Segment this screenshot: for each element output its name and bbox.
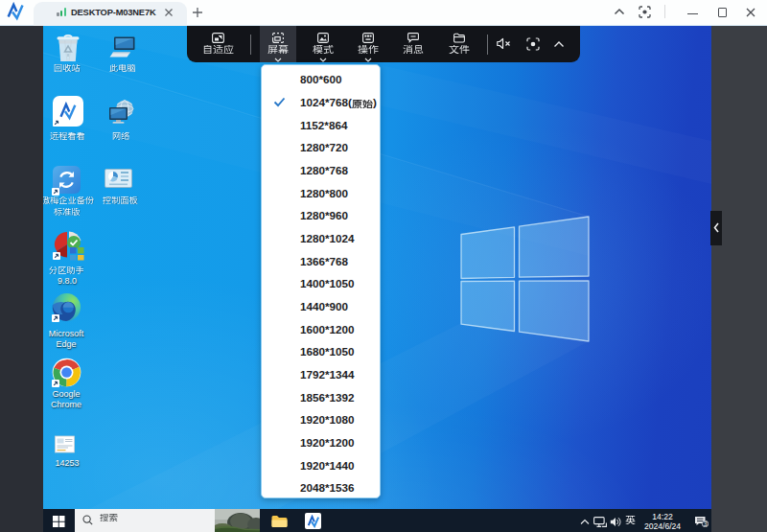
svg-text:3: 3: [704, 520, 708, 527]
